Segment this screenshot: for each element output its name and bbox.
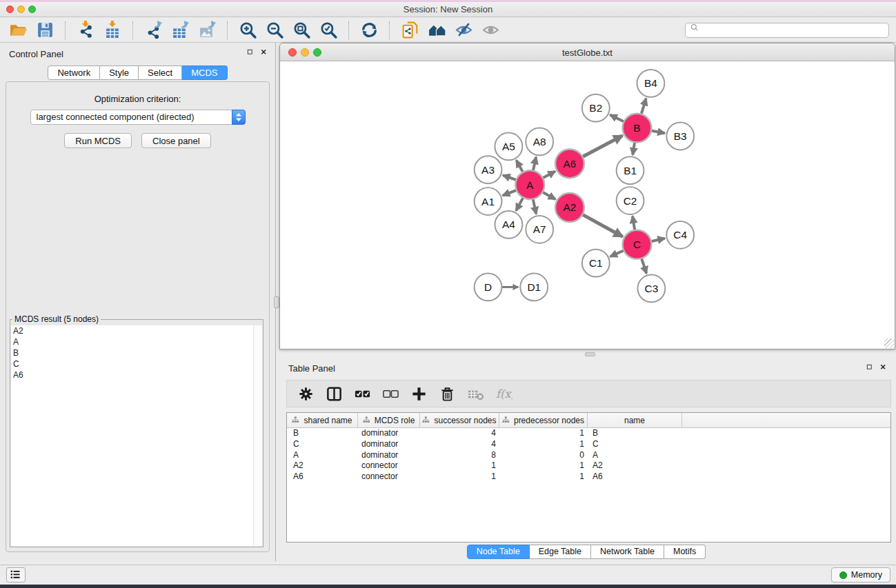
delete-table-button[interactable] [466, 383, 484, 404]
save-session-button[interactable] [34, 20, 56, 41]
first-neighbors-button[interactable] [426, 20, 448, 41]
tab-select[interactable]: Select [139, 65, 182, 80]
graph-edge-B-B3[interactable] [651, 130, 665, 133]
mcds-result-item[interactable]: A [11, 336, 262, 347]
graph-edge-C-C3[interactable] [641, 258, 646, 274]
run-mcds-button[interactable]: Run MCDS [64, 133, 132, 148]
tab-edge-table[interactable]: Edge Table [530, 545, 591, 559]
graph-edge-A-A8[interactable] [533, 157, 536, 171]
graph-node-B2[interactable]: B2 [582, 94, 610, 122]
duplicate-network-button[interactable] [399, 20, 421, 41]
delete-column-button[interactable] [438, 383, 456, 404]
table-row[interactable]: Adominator80A [287, 450, 890, 461]
graph-node-A8[interactable]: A8 [526, 128, 553, 156]
import-table-button[interactable] [101, 20, 123, 41]
graph-edge-A-A2[interactable] [542, 192, 555, 199]
tab-mcds[interactable]: MCDS [182, 65, 227, 80]
result-scrollbar[interactable] [253, 325, 262, 546]
tab-style[interactable]: Style [100, 65, 139, 80]
column-header-predecessor-nodes[interactable]: predecessor nodes [499, 413, 588, 427]
graph-node-C[interactable]: C [623, 230, 652, 259]
graph-edge-A-A3[interactable] [503, 175, 517, 180]
split-divider-grip[interactable] [274, 296, 279, 308]
refresh-layout-button[interactable] [358, 20, 380, 41]
export-image-button[interactable] [196, 20, 218, 41]
graph-node-B[interactable]: B [623, 114, 652, 143]
graph-node-B1[interactable]: B1 [617, 156, 644, 184]
float-panel-icon[interactable] [866, 364, 874, 372]
graph-edge-C-C4[interactable] [651, 239, 665, 241]
graph-edge-C-C2[interactable] [633, 216, 635, 230]
graph-edge-B-B2[interactable] [610, 115, 624, 122]
select-all-columns-button[interactable] [353, 383, 371, 404]
graph-node-A5[interactable]: A5 [495, 133, 523, 161]
graph-node-D[interactable]: D [475, 274, 502, 301]
panel-toggle-button[interactable] [6, 567, 26, 582]
show-hidden-button[interactable] [479, 20, 501, 41]
float-panel-icon[interactable] [247, 49, 255, 57]
graph-edge-A2-C[interactable] [582, 214, 622, 236]
network-canvas[interactable]: B4B2BB3A5A8A6A3AB1A1A2C2A4A7CC4C1C3DD1 [280, 62, 895, 349]
zoom-fit-button[interactable] [290, 20, 312, 41]
graph-node-D1[interactable]: D1 [520, 274, 548, 301]
close-panel-icon[interactable] [880, 364, 888, 372]
mcds-result-item[interactable]: B [11, 347, 262, 358]
import-network-button[interactable] [74, 20, 97, 41]
graph-edge-B-B1[interactable] [633, 142, 635, 154]
close-panel-icon[interactable] [261, 49, 268, 57]
graph-edge-A-A4[interactable] [516, 198, 523, 211]
graph-node-C2[interactable]: C2 [617, 187, 644, 214]
graph-node-C3[interactable]: C3 [638, 275, 666, 303]
mcds-result-item[interactable]: A6 [11, 369, 262, 381]
mcds-result-item[interactable]: A2 [11, 325, 262, 336]
graph-node-A7[interactable]: A7 [526, 216, 553, 243]
memory-button[interactable]: Memory [831, 567, 890, 582]
table-row[interactable]: A6connector11A6 [287, 472, 890, 483]
horizontal-divider-grip[interactable] [585, 352, 595, 356]
column-header-name[interactable]: name [588, 413, 682, 427]
open-file-button[interactable] [7, 20, 29, 41]
hide-selected-button[interactable] [452, 20, 475, 41]
graph-edge-B-B4[interactable] [641, 99, 646, 114]
zoom-in-button[interactable] [237, 20, 259, 41]
table-row[interactable]: Bdominator41B [287, 428, 890, 439]
search-input[interactable] [704, 24, 888, 37]
export-network-button[interactable] [142, 20, 164, 41]
zoom-out-button[interactable] [263, 20, 286, 41]
close-panel-button[interactable]: Close panel [141, 133, 211, 148]
column-header-shared-name[interactable]: shared name [287, 413, 358, 427]
graph-node-B3[interactable]: B3 [666, 123, 694, 150]
mcds-result-item[interactable]: C [11, 358, 262, 369]
graph-node-A2[interactable]: A2 [555, 193, 584, 222]
graph-edge-A6-B[interactable] [582, 136, 622, 157]
tab-motifs[interactable]: Motifs [664, 545, 706, 559]
export-table-button[interactable] [169, 20, 191, 41]
graph-edge-A-A7[interactable] [533, 199, 537, 214]
graph-node-A4[interactable]: A4 [495, 211, 523, 239]
unselect-all-columns-button[interactable] [381, 383, 399, 404]
table-settings-button[interactable] [297, 383, 315, 404]
add-column-button[interactable] [410, 383, 428, 404]
graph-edge-A-A1[interactable] [503, 190, 517, 196]
graph-node-A6[interactable]: A6 [555, 149, 584, 178]
zoom-selected-button[interactable] [317, 20, 339, 41]
window-resize-grip[interactable] [884, 338, 894, 348]
graph-edge-C-C1[interactable] [610, 250, 624, 256]
graph-node-A1[interactable]: A1 [475, 187, 502, 215]
graph-edge-A-A6[interactable] [543, 172, 555, 179]
tab-network-table[interactable]: Network Table [591, 545, 664, 559]
table-row[interactable]: Cdominator41C [287, 439, 890, 450]
tab-node-table[interactable]: Node Table [467, 545, 530, 559]
graph-node-C1[interactable]: C1 [582, 250, 610, 277]
graph-edge-A-A5[interactable] [516, 160, 523, 172]
table-row[interactable]: A2connector11A2 [287, 460, 890, 472]
function-builder-button[interactable]: f(x) [495, 383, 512, 404]
graph-node-C4[interactable]: C4 [666, 221, 694, 249]
column-header-MCDS-role[interactable]: MCDS role [358, 413, 420, 427]
graph-node-A3[interactable]: A3 [475, 156, 502, 183]
column-header-successor-nodes[interactable]: successor nodes [420, 413, 499, 427]
tab-network[interactable]: Network [48, 65, 100, 80]
graph-node-B4[interactable]: B4 [637, 70, 665, 97]
graph-node-A[interactable]: A [515, 170, 544, 199]
show-columns-button[interactable] [325, 383, 343, 404]
